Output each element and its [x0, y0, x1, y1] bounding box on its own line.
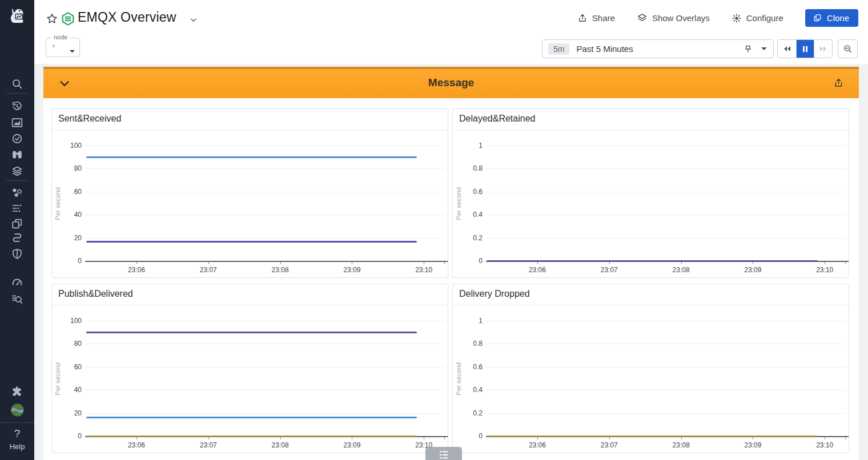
fast-forward-icon — [818, 45, 829, 53]
configure-button[interactable]: Configure — [732, 13, 783, 23]
time-caret-down-icon[interactable] — [761, 46, 767, 51]
x-tick-label: 23:07 — [191, 441, 226, 449]
x-tick-mark — [208, 262, 209, 264]
x-tick-label: 23:08 — [263, 441, 298, 449]
x-tick-label: 23:09 — [736, 441, 770, 449]
x-tick-mark — [681, 262, 682, 264]
chart-plot-area[interactable]: 10.80.60.40.2023:0623:0723:0823:0923:10P… — [453, 130, 849, 276]
x-tick-mark — [609, 437, 610, 439]
y-gridline — [85, 238, 444, 239]
sidebar-item-monitors[interactable] — [0, 132, 34, 146]
history-clock-icon — [11, 100, 23, 112]
pause-button[interactable] — [796, 40, 814, 58]
help-label[interactable]: Help — [0, 442, 34, 451]
favorite-star-icon[interactable] — [46, 13, 58, 27]
x-tick-mark — [280, 262, 281, 264]
node-caret-down-icon — [69, 46, 75, 56]
dashboard-header: EMQX Overview Share Show Overlays — [34, 0, 868, 64]
x-tick-mark — [424, 262, 424, 264]
x-axis-line — [85, 261, 448, 262]
sidebar-item-history[interactable] — [0, 99, 34, 113]
y-gridline — [85, 413, 444, 414]
sidebar-item-metrics[interactable] — [0, 276, 34, 290]
series-line-purple-line — [86, 332, 417, 333]
y-gridline — [486, 215, 845, 215]
x-tick-mark — [537, 437, 538, 439]
sidebar-item-software[interactable] — [0, 217, 34, 231]
search-icon — [11, 78, 23, 90]
node-select-label: node — [51, 34, 70, 41]
series-line-purple-line — [487, 260, 818, 261]
windows-icon — [11, 217, 23, 230]
chart-title: Sent&Received — [52, 109, 448, 130]
y-gridline — [85, 321, 444, 321]
area-chart-icon — [11, 116, 23, 129]
x-tick-label: 23:06 — [119, 441, 154, 449]
chart-title: Delivery Dropped — [453, 284, 849, 305]
rewind-icon — [782, 45, 792, 53]
share-upload-icon — [577, 13, 588, 23]
x-tick-label: 23:06 — [520, 441, 554, 449]
rewind-button[interactable] — [778, 40, 796, 58]
series-line-purple-line — [86, 241, 417, 243]
x-tick-label: 23:10 — [807, 441, 842, 449]
x-tick-mark — [753, 437, 753, 439]
pin-icon[interactable] — [744, 45, 753, 54]
sidebar-item-security[interactable] — [0, 247, 34, 261]
y-gridline — [486, 168, 845, 169]
share-button[interactable]: Share — [577, 13, 615, 23]
fast-forward-button[interactable] — [814, 40, 832, 58]
sidebar-item-marketplace[interactable] — [0, 385, 34, 398]
time-range-picker[interactable]: 5m Past 5 Minutes — [542, 39, 774, 58]
chart-plot-area[interactable]: 10.80.60.40.2023:0623:0723:0823:0923:10P… — [453, 305, 849, 451]
x-tick-label: 23:06 — [119, 266, 154, 274]
x-tick-label: 23:10 — [407, 266, 441, 274]
sidebar-item-integrations[interactable] — [0, 185, 34, 199]
sidebar-item-search[interactable] — [0, 76, 34, 91]
clone-button[interactable]: Clone — [805, 9, 858, 27]
show-overlays-button[interactable]: Show Overlays — [637, 13, 710, 23]
group-banner-message: Message — [43, 67, 859, 98]
y-axis-title: Per second — [455, 163, 462, 244]
sidebar-item-help[interactable]: ? — [0, 427, 34, 441]
time-playback-controls — [777, 39, 833, 58]
y-gridline — [85, 192, 444, 192]
x-tick-mark — [609, 262, 610, 264]
y-gridline — [85, 168, 444, 169]
sidebar-item-logs[interactable] — [0, 201, 34, 215]
y-tick-label: 1 — [456, 141, 483, 150]
y-tick-label: 100 — [55, 141, 82, 150]
datadog-logo[interactable] — [0, 1, 34, 29]
y-tick-label: 0 — [456, 256, 483, 265]
chart-panel-delayed-retained: Delayed&Retained 10.80.60.40.2023:0623:0… — [452, 108, 849, 278]
node-variable-select[interactable]: node * — [46, 38, 80, 57]
chart-plot-area[interactable]: 10080604020023:0623:0723:0823:0923:10Per… — [52, 130, 448, 276]
y-gridline — [486, 192, 845, 192]
y-tick-label: 0 — [55, 431, 82, 441]
legend-toggle-button[interactable] — [425, 447, 462, 460]
zoom-out-button[interactable] — [838, 39, 858, 58]
sidebar-item-dashboards[interactable] — [0, 116, 34, 130]
y-gridline — [486, 413, 845, 414]
x-tick-label: 23:08 — [664, 266, 698, 274]
y-tick-label: 1 — [456, 316, 483, 325]
sidebar-item-notebooks[interactable] — [0, 164, 34, 177]
s-pipe-icon — [11, 232, 23, 244]
sidebar-item-watchdog[interactable] — [0, 148, 34, 162]
series-line-blue-line — [86, 156, 417, 158]
overlays-layers-icon — [637, 13, 648, 23]
sidebar-divider — [6, 93, 29, 94]
sidebar-divider — [0, 422, 34, 423]
title-chevron-down-icon[interactable] — [188, 15, 199, 27]
y-gridline — [85, 344, 444, 344]
group-export-icon[interactable] — [833, 78, 844, 91]
chart-plot-area[interactable]: 10080604020023:0623:0723:0823:0923:10Per… — [52, 305, 448, 451]
header-actions: Share Show Overlays Configure — [577, 9, 858, 27]
shield-icon — [11, 248, 23, 260]
sidebar-item-log-explorer[interactable] — [0, 292, 34, 306]
pause-icon — [801, 45, 810, 54]
group-body: Sent&Received 10080604020023:0623:0723:0… — [43, 98, 859, 460]
sidebar-divider — [6, 180, 29, 181]
sidebar-item-pipelines[interactable] — [0, 231, 34, 245]
user-avatar[interactable] — [0, 402, 34, 418]
